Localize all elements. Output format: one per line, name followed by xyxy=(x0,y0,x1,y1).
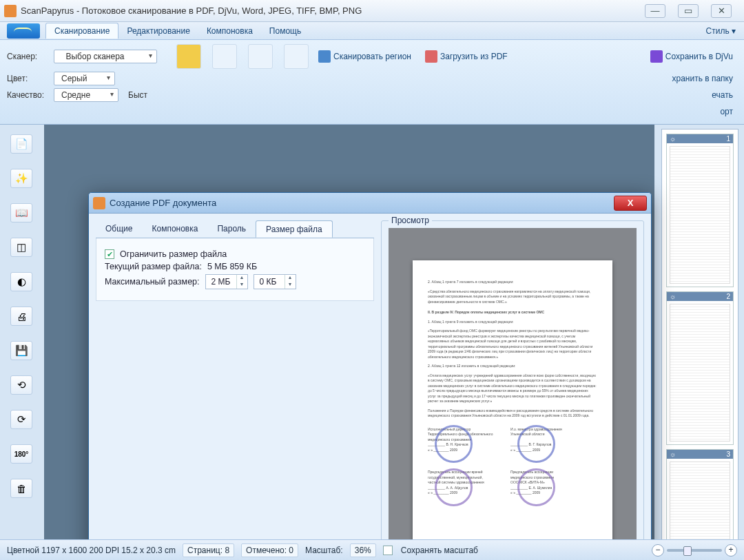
dialog-tab-content: ✔ Ограничить размер файла Текущий размер… xyxy=(96,238,374,301)
modal-backdrop: Создание PDF документа X Общие Компоновк… xyxy=(0,125,744,560)
tab-filesize[interactable]: Размер файла xyxy=(256,220,333,238)
scan-button-2[interactable] xyxy=(212,44,237,69)
app-icon xyxy=(4,5,17,17)
scan-timer-button[interactable] xyxy=(284,44,309,69)
scanner-combo[interactable]: Выбор сканера xyxy=(54,50,157,63)
dialog-tabs: Общие Компоновка Пароль Размер файла xyxy=(96,220,374,238)
quick-label: Быст xyxy=(128,90,147,100)
app-menu-button[interactable] xyxy=(7,23,40,39)
main-titlebar: ScanPapyrus - Потоковое сканирование в P… xyxy=(0,0,744,22)
max-mb-spinner[interactable]: 2 МБ▲▼ xyxy=(205,274,248,289)
color-label: Цвет: xyxy=(7,74,48,83)
tab-layout[interactable]: Компоновка xyxy=(198,23,261,39)
tab-general[interactable]: Общие xyxy=(96,220,142,238)
save-folder-button[interactable]: хранить в папку xyxy=(668,72,737,85)
preview-viewport: 2. Абзац 1 пункта 7 изложить в следующей… xyxy=(389,228,637,560)
style-dropdown[interactable]: Стиль ▾ xyxy=(706,26,744,36)
tab-password[interactable]: Пароль xyxy=(207,220,256,238)
dialog-titlebar: Создание PDF документа X xyxy=(89,193,651,214)
djvu-icon xyxy=(650,50,663,63)
preview-group: Просмотр 2. Абзац 1 пункта 7 изложить в … xyxy=(381,220,644,560)
ribbon-tabs: Сканирование Редактирование Компоновка П… xyxy=(0,22,744,40)
color-combo[interactable]: Серый xyxy=(54,72,115,85)
pdf-in-icon xyxy=(425,50,437,63)
current-size-value: 5 МБ 859 КБ xyxy=(207,262,257,271)
keep-zoom-label: Сохранять масштаб xyxy=(401,546,478,555)
max-size-label: Максимальный размер: xyxy=(105,277,200,287)
keep-zoom-checkbox[interactable] xyxy=(383,546,393,555)
max-kb-spinner[interactable]: 0 КБ▲▼ xyxy=(254,274,296,289)
status-info: Цветной 1197 x 1600 200 DPI 15.2 x 20.3 … xyxy=(7,546,176,555)
scan-region-button[interactable]: Сканировать регион xyxy=(314,48,415,65)
zoom-value[interactable]: 36% xyxy=(350,543,376,557)
pdf-dialog: Создание PDF документа X Общие Компоновк… xyxy=(88,192,652,560)
preview-label: Просмотр xyxy=(389,216,432,225)
preview-page-paper: 2. Абзац 1 пункта 7 изложить в следующей… xyxy=(413,260,612,557)
export-button[interactable]: орт xyxy=(716,105,737,118)
limit-size-checkbox[interactable]: ✔ xyxy=(105,249,114,259)
scan-button-3[interactable] xyxy=(248,44,273,69)
minimize-button[interactable]: — xyxy=(645,4,665,18)
tab-layout[interactable]: Компоновка xyxy=(142,220,207,238)
tab-help[interactable]: Помощь xyxy=(261,23,309,39)
statusbar: Цветной 1197 x 1600 200 DPI 15.2 x 20.3 … xyxy=(0,539,744,560)
zoom-out-button[interactable]: − xyxy=(652,544,664,557)
maximize-button[interactable]: ▭ xyxy=(678,4,699,18)
zoom-in-button[interactable]: + xyxy=(725,544,737,557)
dialog-title: Создание PDF документа xyxy=(110,198,614,208)
scanner-label: Сканер: xyxy=(7,52,48,61)
tab-scan[interactable]: Сканирование xyxy=(45,23,118,39)
current-size-label: Текущий размер файла: xyxy=(105,262,202,271)
status-marked: Отмечено: 0 xyxy=(241,543,298,557)
print-button[interactable]: ечать xyxy=(707,88,737,102)
ribbon-body: Сканер: Выбор сканера Сканировать регион… xyxy=(0,40,744,125)
close-button[interactable]: ✕ xyxy=(711,4,732,18)
tab-edit[interactable]: Редактирование xyxy=(118,23,198,39)
region-icon xyxy=(318,50,331,63)
limit-size-label: Ограничить размер файла xyxy=(120,249,227,259)
status-pages: Страниц: 8 xyxy=(183,543,234,557)
zoom-label: Масштаб: xyxy=(305,546,343,555)
window-title: ScanPapyrus - Потоковое сканирование в P… xyxy=(21,6,645,16)
save-djvu-button[interactable]: Сохранить в DjVu xyxy=(646,48,737,65)
quality-label: Качество: xyxy=(7,90,48,100)
scan-button-1[interactable] xyxy=(176,44,201,69)
load-pdf-button[interactable]: Загрузить из PDF xyxy=(421,48,512,65)
content-area: 📄 ✨ 📖 ◫ ◐ 🖨 💾 ⟲ ⟳ 180° 🗑 ☼1 ☼2 ☼3 Созд xyxy=(0,125,744,560)
dialog-icon xyxy=(93,197,105,209)
dialog-close-button[interactable]: X xyxy=(614,196,647,211)
quality-combo[interactable]: Средне xyxy=(54,88,118,102)
zoom-slider[interactable] xyxy=(667,549,722,552)
